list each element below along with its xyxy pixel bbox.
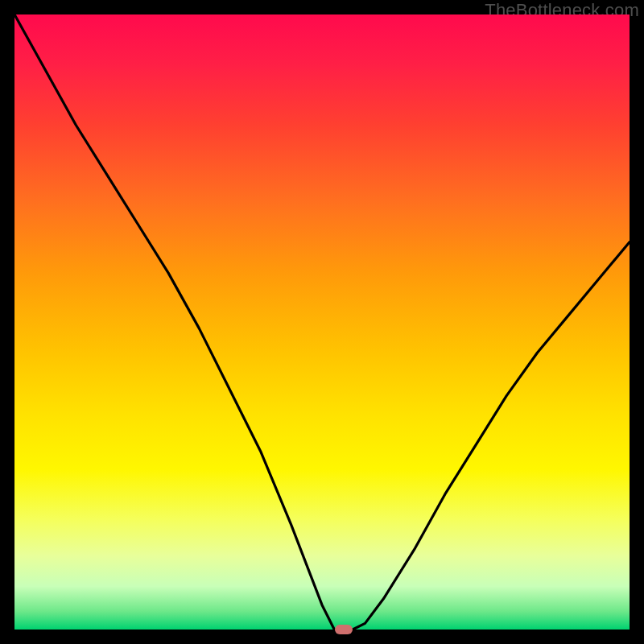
plot-area — [14, 14, 630, 630]
bottleneck-curve — [14, 14, 630, 630]
optimal-marker — [335, 625, 353, 634]
chart-stage: TheBottleneck.com — [0, 0, 644, 644]
